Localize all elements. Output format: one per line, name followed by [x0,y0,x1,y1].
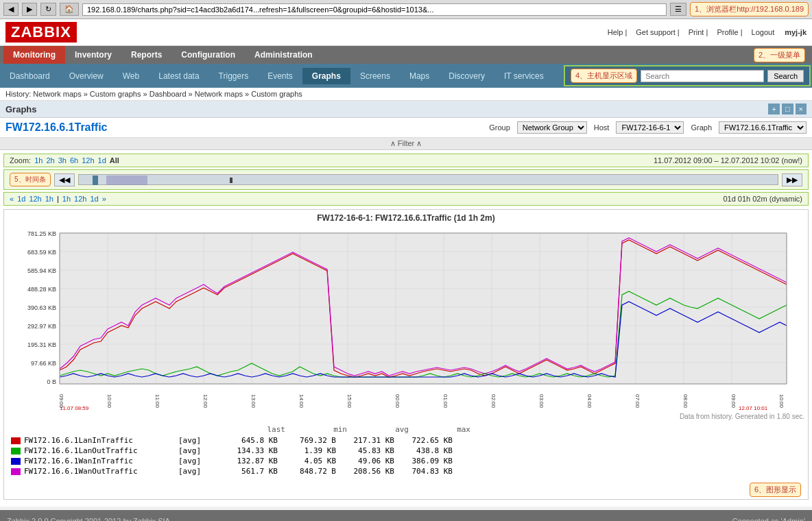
timeline-handle[interactable] [93,175,98,185]
time-nav-1d-back[interactable]: 1d [17,195,25,203]
zabbix-logo: ZABBIX [5,22,77,43]
legend-avg-3: 49.06 KB [339,457,394,465]
logout-link[interactable]: Logout [752,28,775,36]
nav-triggers[interactable]: Triggers [209,68,259,84]
time-nav-prev-far[interactable]: « [10,195,14,203]
time-nav-duration: 01d 01h 02m (dynamic) [723,195,802,203]
svg-text:12:00: 12:00 [202,394,208,409]
nav-graphs[interactable]: Graphs [302,68,350,84]
time-nav-1d-fwd[interactable]: 1d [90,195,98,203]
graph-label: Graph [691,123,712,132]
help-link[interactable]: Help [608,28,623,36]
expand-icon-button[interactable]: □ [782,104,793,114]
nav-discovery[interactable]: Discovery [439,68,494,84]
filter-bar[interactable]: ∧ Filter ∧ [0,138,812,150]
url-bar[interactable] [82,3,667,16]
svg-text:97.66 KB: 97.66 KB [31,360,56,367]
time-nav-12h-fwd[interactable]: 12h [74,195,86,203]
host-search-input[interactable] [641,70,764,82]
top-header: ZABBIX Help | Get support | Print | Prof… [0,19,812,46]
section-title: Graphs [5,104,37,114]
add-icon-button[interactable]: + [768,104,779,114]
nav-latest-data[interactable]: Latest data [149,68,208,84]
svg-text:10:00: 10:00 [778,394,785,409]
reload-button[interactable]: ↻ [40,3,56,16]
graph-select[interactable]: FW172.16.6.1Traffic [719,121,807,134]
legend-last-3: 132.87 KB [223,457,278,465]
list-item: FW172.16.6.1LanOutTraffic [avg] 134.33 K… [11,446,801,455]
legend-avg-2: 45.83 KB [339,446,394,455]
nav-web[interactable]: Web [113,68,149,84]
close-icon-button[interactable]: × [796,104,807,114]
graph-title-row: FW172.16.6.1Traffic Group Network Group … [0,118,812,138]
nav-events[interactable]: Events [258,68,302,84]
breadcrumb: History: Network maps » Custom graphs » … [0,88,812,101]
zoom-label: Zoom: [10,156,31,165]
legend-min-1: 769.32 B [281,436,336,445]
search-button[interactable]: Search [767,70,804,82]
list-item: FW172.16.6.1WanOutTraffic [avg] 561.7 KB… [11,467,801,476]
top-links: Help | Get support | Print | Profile | L… [601,28,775,36]
primary-nav-annotation: 2、一级菜单 [754,48,805,62]
timeline-prev-button[interactable]: ◀◀ [54,173,75,186]
print-link[interactable]: Print [689,28,704,36]
zoom-1h[interactable]: 1h [34,156,43,165]
nav-inventory[interactable]: Inventory [65,46,121,64]
nav-administration[interactable]: Administration [245,46,322,64]
home-button[interactable]: 🏠 [60,3,79,16]
group-select[interactable]: Network Group [517,121,587,134]
timeline-slider[interactable] [78,174,778,185]
support-link[interactable]: Get support [636,28,675,36]
legend-color-4 [11,468,21,475]
legend-min-3: 4.05 KB [281,457,336,465]
forward-button[interactable]: ▶ [22,3,37,16]
chart-note: Data from history. Generated in 1.80 sec… [4,411,808,422]
browser-menu-button[interactable]: ☰ [670,3,686,16]
host-label: Host [594,123,610,132]
footer: Zabbix 2.0.0 Copyright 2001-2012 by Zabb… [0,510,812,521]
svg-text:01:00: 01:00 [442,394,449,409]
legend-max-3: 386.09 KB [398,457,453,465]
svg-text:11.07 08:59: 11.07 08:59 [60,405,89,411]
time-nav-12h-back[interactable]: 12h [29,195,41,203]
legend-tag-3: [avg] [178,457,219,465]
legend-min-4: 848.72 B [281,467,336,476]
time-nav-1h-back[interactable]: 1h [45,195,53,203]
timeline-next-button[interactable]: ▶▶ [782,173,802,186]
section-header: Graphs + □ × [0,101,812,118]
host-select[interactable]: FW172-16-6-1 [616,121,684,134]
secondary-nav: Dashboard Overview Web Latest data Trigg… [0,68,562,84]
graph-display-annotation: 6、图形显示 [750,483,801,497]
legend-label-2: FW172.16.6.1LanOutTraffic [24,446,175,455]
nav-overview[interactable]: Overview [60,68,113,84]
nav-maps[interactable]: Maps [400,68,439,84]
legend-col-last: last [230,425,285,434]
nav-screens[interactable]: Screens [350,68,400,84]
nav-it-services[interactable]: IT services [494,68,553,84]
primary-nav: Monitoring Inventory Reports Configurati… [0,46,812,64]
zoom-all[interactable]: All [110,156,119,165]
back-button[interactable]: ◀ [3,3,19,16]
svg-text:11:00: 11:00 [154,394,160,409]
time-nav-1h-fwd[interactable]: 1h [62,195,71,203]
nav-monitoring[interactable]: Monitoring [3,46,65,64]
legend-col-min: min [292,425,347,434]
legend-tag-1: [avg] [178,436,219,445]
legend-label-4: FW172.16.6.1WanOutTraffic [24,467,175,476]
zoom-3h[interactable]: 3h [58,156,67,165]
nav-reports[interactable]: Reports [121,46,171,64]
zoom-12h[interactable]: 12h [82,156,94,165]
profile-link[interactable]: Profile [717,28,738,36]
legend-max-4: 704.83 KB [398,467,453,476]
zoom-2h[interactable]: 2h [46,156,54,165]
zoom-6h[interactable]: 6h [70,156,78,165]
legend-header: last min avg max [11,425,801,434]
time-nav-next-far[interactable]: » [102,195,106,203]
nav-dashboard[interactable]: Dashboard [0,68,60,84]
svg-text:781.25 KB: 781.25 KB [27,230,56,237]
nav-configuration[interactable]: Configuration [171,46,245,64]
legend-avg-1: 217.31 KB [339,436,394,445]
chart-svg: 781.25 KB 683.59 KB 585.94 KB 488.28 KB … [12,226,800,411]
svg-text:585.94 KB: 585.94 KB [27,267,56,274]
zoom-1d[interactable]: 1d [98,156,106,165]
